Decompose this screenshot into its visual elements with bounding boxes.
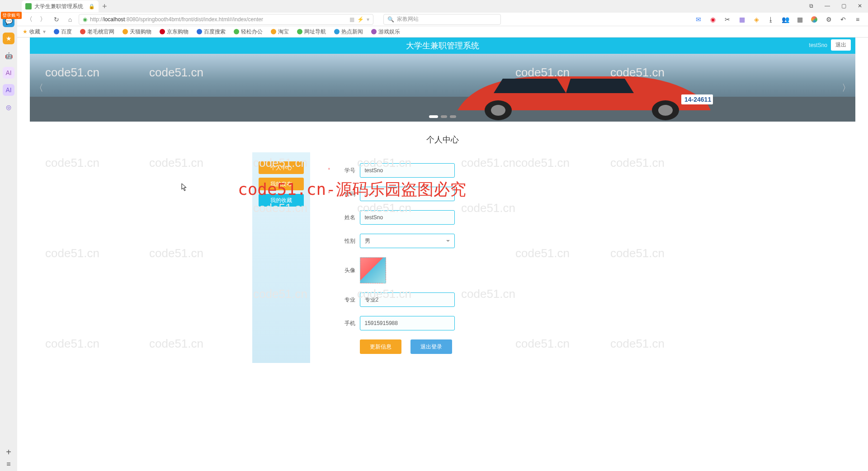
bookmark-fav[interactable]: ★收藏▾	[23, 28, 46, 36]
forward-button[interactable]: 〉	[38, 14, 48, 24]
sidebar-item-my-posts[interactable]: 我的发布	[259, 178, 304, 190]
ext1-icon[interactable]: ▦	[738, 15, 746, 24]
weibo-icon[interactable]: ◉	[709, 15, 717, 24]
exit-login-button[interactable]: 退出登录	[410, 339, 452, 354]
phone-label: 手机	[332, 320, 355, 327]
bookmarks-bar: ★收藏▾ 百度 老毛桃官网 天猫购物 京东购物 百度搜索 轻松办公 淘宝 网址导…	[0, 26, 868, 38]
avatar-label: 头像	[332, 267, 355, 274]
gender-label: 性别	[332, 237, 355, 245]
url-text: http://localhost:8080/springbooth4bmt/fr…	[90, 16, 263, 23]
window-maximize-button[interactable]: ▢	[836, 0, 851, 12]
content-panel: 个人中心 个人中心 我的发布 我的收藏 学号 密码 姓名	[252, 127, 633, 363]
search-input[interactable]: 🔍 家教网站	[383, 14, 501, 25]
bm-icon	[271, 29, 276, 34]
window-minimize-button[interactable]: —	[820, 0, 835, 12]
student-id-input[interactable]	[360, 163, 455, 178]
sidebar-item-my-favorites[interactable]: 我的收藏	[259, 194, 304, 207]
rail-icon[interactable]: ★	[3, 33, 14, 44]
carousel: 14-24611 〈 〉	[30, 54, 855, 122]
gear-icon[interactable]: ⚙	[825, 15, 833, 24]
home-button[interactable]: ⌂	[65, 14, 75, 24]
page-sidebar: 个人中心 我的发布 我的收藏	[252, 152, 310, 363]
search-icon: 🔍	[387, 16, 394, 23]
bm-icon	[80, 29, 85, 34]
reload-button[interactable]: ↻	[52, 14, 61, 24]
url-input[interactable]: ◉ http://localhost:8080/springbooth4bmt/…	[79, 14, 373, 25]
address-bar: 〈 〉 ↻ ⌂ ◉ http://localhost:8080/springbo…	[0, 13, 868, 26]
bm-icon	[197, 29, 202, 34]
back-button[interactable]: 〈	[24, 14, 34, 24]
bookmark-item[interactable]: 轻松办公	[234, 28, 263, 36]
menu-icon[interactable]: ≡	[854, 15, 862, 24]
avatar-upload[interactable]	[360, 257, 386, 283]
url-dropdown-icon[interactable]: ▾	[367, 16, 369, 23]
people-icon[interactable]: 👥	[781, 15, 789, 24]
bookmark-item[interactable]: 京东购物	[160, 28, 189, 36]
window-tab-icon[interactable]: ⧉	[804, 0, 818, 12]
bookmark-item[interactable]: 百度	[54, 28, 72, 36]
carousel-next-button[interactable]: 〉	[842, 82, 851, 94]
scissors-icon[interactable]: ✂	[723, 15, 731, 24]
rail-add-button[interactable]: +	[6, 447, 11, 457]
mail-icon[interactable]: ✉	[694, 15, 703, 24]
bm-icon	[123, 29, 128, 34]
update-button[interactable]: 更新信息	[360, 339, 401, 354]
tab-strip: 大学生兼职管理系统 🔒 + ⧉ — ▢ ✕	[0, 0, 868, 13]
major-input[interactable]	[360, 292, 455, 307]
gender-select[interactable]: 男	[360, 234, 455, 248]
bm-icon	[371, 29, 377, 34]
bookmark-item[interactable]: 热点新闻	[334, 28, 363, 36]
bm-icon	[297, 29, 302, 34]
rail-icon[interactable]: AI	[3, 84, 14, 96]
rail-icon[interactable]: AI	[3, 67, 14, 79]
bookmark-item[interactable]: 百度搜索	[197, 28, 226, 36]
ext2-icon[interactable]: ◈	[752, 15, 760, 24]
svg-point-5	[658, 105, 673, 116]
carousel-dot[interactable]	[441, 115, 447, 118]
name-label: 姓名	[332, 214, 355, 221]
login-badge: 登录账号	[1, 12, 22, 19]
name-input[interactable]	[360, 210, 455, 225]
profile-form: 学号 密码 姓名 性别 男 头像	[310, 152, 633, 363]
carousel-dot[interactable]	[450, 115, 456, 118]
password-input[interactable]	[360, 187, 455, 201]
bookmark-item[interactable]: 老毛桃官网	[80, 28, 114, 36]
favicon-icon	[25, 3, 32, 9]
major-label: 专业	[332, 296, 355, 304]
bm-icon	[234, 29, 239, 34]
download-icon[interactable]: ⭳	[767, 15, 775, 24]
rail-menu-icon[interactable]: ≡	[6, 460, 10, 468]
bookmark-item[interactable]: 游戏娱乐	[371, 28, 400, 36]
apps-icon[interactable]: ▦	[796, 15, 804, 24]
tab-title: 大学生兼职管理系统	[34, 3, 83, 10]
rail-icon[interactable]: ◎	[3, 101, 14, 113]
app-header: 大学生兼职管理系统 testSno 退出	[30, 38, 855, 54]
sidebar-item-personal-center[interactable]: 个人中心	[259, 161, 304, 174]
tab-lock-icon[interactable]: 🔒	[89, 4, 95, 9]
rail-icon[interactable]: 🤖	[3, 50, 14, 61]
phone-input[interactable]	[360, 316, 455, 330]
undo-icon[interactable]: ↶	[839, 15, 847, 24]
password-label: 密码	[332, 190, 355, 198]
carousel-dot[interactable]	[429, 115, 438, 118]
browser-sidebar: 💬 ★ 🤖 AI AI ◎ + ≡	[0, 13, 17, 471]
bm-icon	[54, 29, 59, 34]
new-tab-button[interactable]: +	[102, 2, 107, 11]
student-id-label: 学号	[332, 167, 355, 174]
svg-point-3	[491, 105, 505, 116]
qr-icon[interactable]: ▦	[349, 16, 354, 23]
bookmark-item[interactable]: 网址导航	[297, 28, 326, 36]
carousel-dots	[429, 115, 456, 118]
carousel-prev-button[interactable]: 〈	[34, 82, 43, 94]
window-close-button[interactable]: ✕	[853, 0, 867, 12]
bookmark-item[interactable]: 天猫购物	[123, 28, 151, 36]
header-logout-button[interactable]: 退出	[831, 39, 851, 51]
browser-tab[interactable]: 大学生兼职管理系统 🔒	[22, 0, 99, 12]
bolt-icon[interactable]: ⚡	[357, 16, 364, 23]
bookmark-item[interactable]: 淘宝	[271, 28, 289, 36]
bm-icon	[334, 29, 340, 34]
circle-icon[interactable]	[810, 15, 818, 24]
search-placeholder: 家教网站	[397, 15, 419, 23]
page-title: 个人中心	[252, 127, 633, 152]
svg-text:14-24611: 14-24611	[684, 96, 711, 103]
